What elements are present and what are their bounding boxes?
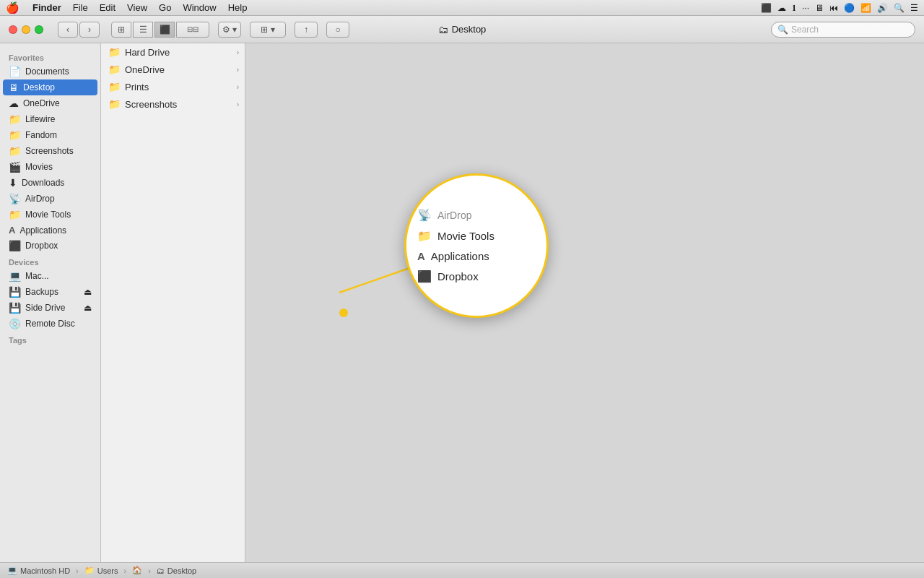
- sidebar-item-downloads-label: Downloads: [22, 178, 64, 188]
- dropbox-sidebar-icon: ⬛: [9, 240, 21, 251]
- menubar-edit[interactable]: Edit: [94, 2, 121, 13]
- cover-view-button[interactable]: ⊟⊟: [176, 22, 209, 38]
- sidebar-item-sidedrive[interactable]: 💾 Side Drive ⏏: [3, 300, 97, 316]
- finder-window: ‹ › ⊞ ☰ ⬛ ⊟⊟ ⚙ ▾ ⊞ ▾ ↑ ○ 🗂 Desktop 🔍 Sea…: [0, 16, 924, 578]
- home-icon: 🏠: [132, 566, 142, 575]
- list-view-button[interactable]: ☰: [133, 22, 153, 38]
- apple-menu[interactable]: 🍎: [6, 1, 19, 14]
- sidebar-item-sidedrive-label: Side Drive: [25, 303, 65, 313]
- zoom-movietools-label: Movie Tools: [437, 230, 494, 242]
- close-button[interactable]: [9, 25, 17, 34]
- sidebar-item-downloads[interactable]: ⬇ Downloads: [3, 175, 97, 191]
- sidebar-item-remotedisc-label: Remote Disc: [25, 319, 75, 329]
- sidebar-item-remotedisc[interactable]: 💿 Remote Disc: [3, 316, 97, 332]
- sidebar-item-backups[interactable]: 💾 Backups ⏏: [3, 284, 97, 300]
- breadcrumb-macintoshhd[interactable]: 💻 Macintosh HD: [7, 566, 70, 575]
- back-button[interactable]: ‹: [58, 22, 78, 38]
- file-item-screenshots[interactable]: 📁 Screenshots ›: [101, 95, 245, 113]
- zoom-circle: 📡 AirDrop 📁 Movie Tools A Applications ⬛…: [404, 173, 549, 318]
- zoom-applications-icon: A: [417, 250, 425, 262]
- menubar-finder[interactable]: Finder: [27, 2, 67, 13]
- file-item-harddrive[interactable]: 📁 Hard Drive ›: [101, 43, 245, 61]
- desktop-breadcrumb-label: Desktop: [167, 566, 196, 575]
- sidebar-item-fandom[interactable]: 📁 Fandom: [3, 127, 97, 143]
- tags-section-title: Tags: [0, 332, 100, 346]
- sidebar-item-screenshots[interactable]: 📁 Screenshots: [3, 143, 97, 159]
- sidebar-item-applications[interactable]: A Applications: [3, 223, 97, 238]
- favorites-section-title: Favorites: [0, 49, 100, 64]
- breadcrumb-sep-2: ›: [123, 566, 126, 575]
- menubar-right: ⬛ ☁ 𝟏 ··· 🖥 ⏮ 🔵 📶 🔊 🔍 ☰: [761, 3, 918, 13]
- file-item-onedrive-label: OneDrive: [125, 64, 165, 75]
- sidebar-item-lifewire[interactable]: 📁 Lifewire: [3, 111, 97, 127]
- wifi-icon: 📶: [860, 3, 871, 13]
- users-folder-icon: 📁: [84, 566, 95, 575]
- search-placeholder-text: Search: [791, 25, 819, 35]
- file-item-harddrive-label: Hard Drive: [125, 47, 170, 58]
- devices-section-title: Devices: [0, 254, 100, 268]
- mac-icon: 💻: [9, 270, 21, 282]
- sidebar-item-applications-label: Applications: [19, 225, 66, 236]
- menubar-go[interactable]: Go: [153, 2, 177, 13]
- sidedrive-eject-icon[interactable]: ⏏: [84, 303, 92, 313]
- timemachine-icon[interactable]: ⏮: [829, 3, 838, 13]
- traffic-lights: [9, 25, 43, 34]
- movietools-icon: 📁: [9, 209, 21, 220]
- action-button[interactable]: ⚙ ▾: [218, 22, 241, 38]
- prints-folder-icon: 📁: [108, 81, 121, 92]
- sidebar-item-fandom-label: Fandom: [25, 130, 57, 140]
- sidebar-item-airdrop[interactable]: 📡 AirDrop: [3, 191, 97, 207]
- sidebar-item-mac[interactable]: 💻 Mac...: [3, 268, 97, 284]
- file-panel: 📁 Hard Drive › 📁 OneDrive › 📁 Prints › 📁…: [101, 43, 245, 562]
- bluetooth-icon[interactable]: 🔵: [844, 3, 855, 13]
- zoom-dropbox-label: Dropbox: [437, 270, 479, 282]
- tag-button[interactable]: ○: [326, 22, 349, 38]
- sidebar-item-dropbox-label: Dropbox: [25, 241, 58, 251]
- breadcrumb-home[interactable]: 🏠: [132, 566, 142, 575]
- downloads-icon: ⬇: [9, 177, 17, 189]
- applications-icon: A: [9, 225, 15, 236]
- share-button[interactable]: ↑: [295, 22, 318, 38]
- breadcrumb-users[interactable]: 📁 Users: [84, 566, 118, 575]
- sidebar-item-movies[interactable]: 🎬 Movies: [3, 159, 97, 175]
- menubar-help[interactable]: Help: [222, 2, 253, 13]
- notification-icon[interactable]: ☰: [910, 3, 918, 13]
- column-view-button[interactable]: ⬛: [154, 22, 175, 38]
- sidebar-item-screenshots-label: Screenshots: [25, 146, 74, 156]
- sidebar-item-onedrive[interactable]: ☁ OneDrive: [3, 95, 97, 111]
- display-icon[interactable]: 🖥: [815, 3, 824, 13]
- sidebar-item-dropbox[interactable]: ⬛ Dropbox: [3, 238, 97, 254]
- file-item-prints[interactable]: 📁 Prints ›: [101, 78, 245, 95]
- sidedrive-icon: 💾: [9, 302, 21, 314]
- annotation-connector: [245, 43, 924, 562]
- onedrive-folder-icon: 📁: [108, 64, 121, 75]
- zoom-item-applications: A Applications: [417, 247, 536, 265]
- zoom-movietools-icon: 📁: [417, 229, 432, 243]
- group-button[interactable]: ⊞ ▾: [250, 22, 286, 38]
- sidebar-item-documents-label: Documents: [25, 66, 69, 77]
- volume-icon[interactable]: 🔊: [877, 3, 888, 13]
- menubar-file[interactable]: File: [67, 2, 94, 13]
- breadcrumb-desktop[interactable]: 🗂 Desktop: [157, 566, 196, 575]
- cloud-icon[interactable]: ☁: [777, 3, 786, 13]
- documents-icon: 📄: [9, 66, 21, 77]
- sidebar-item-desktop-label: Desktop: [23, 82, 55, 92]
- sidebar-item-documents[interactable]: 📄 Documents: [3, 64, 97, 79]
- menubar-window[interactable]: Window: [177, 2, 222, 13]
- forward-button[interactable]: ›: [79, 22, 100, 38]
- minimize-button[interactable]: [22, 25, 30, 34]
- backups-eject-icon[interactable]: ⏏: [84, 287, 92, 297]
- search-box[interactable]: 🔍 Search: [771, 22, 915, 38]
- file-item-onedrive[interactable]: 📁 OneDrive ›: [101, 61, 245, 78]
- desktop-breadcrumb-icon: 🗂: [157, 566, 165, 575]
- maximize-button[interactable]: [35, 25, 43, 34]
- sidebar-item-airdrop-label: AirDrop: [25, 194, 55, 204]
- sidebar-item-movietools[interactable]: 📁 Movie Tools: [3, 207, 97, 223]
- icon-view-button[interactable]: ⊞: [111, 22, 131, 38]
- zoom-airdrop-icon: 📡: [417, 208, 432, 222]
- sidebar-item-desktop[interactable]: 🖥 Desktop: [3, 79, 97, 95]
- menubar-view[interactable]: View: [121, 2, 153, 13]
- dropbox-icon[interactable]: ⬛: [761, 3, 772, 13]
- search-icon[interactable]: 🔍: [894, 3, 905, 13]
- harddrive-folder-icon: 📁: [108, 46, 121, 58]
